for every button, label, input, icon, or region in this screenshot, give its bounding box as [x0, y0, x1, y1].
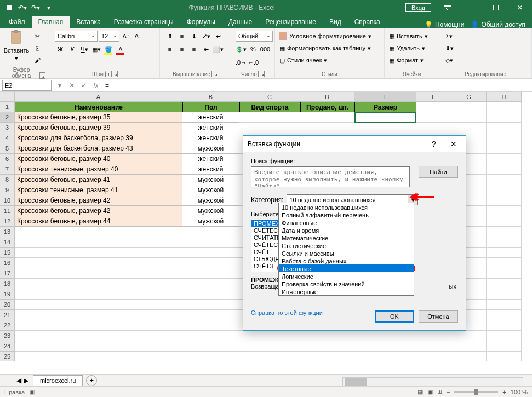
- name-box[interactable]: E2: [2, 80, 52, 91]
- tab-data[interactable]: Данные: [222, 16, 259, 28]
- border-icon[interactable]: ▦▾: [91, 44, 102, 55]
- align-center-icon[interactable]: ≡: [176, 44, 187, 55]
- redo-icon[interactable]: ↷▾: [30, 2, 42, 14]
- cell[interactable]: [15, 289, 182, 300]
- tab-layout[interactable]: Разметка страницы: [107, 16, 180, 28]
- horizontal-scrollbar[interactable]: [342, 377, 523, 386]
- clipboard-launcher[interactable]: [39, 72, 45, 79]
- cell[interactable]: [15, 258, 182, 268]
- cell[interactable]: мужской: [182, 143, 239, 154]
- tab-insert[interactable]: Вставка: [70, 16, 107, 28]
- cancel-formula-icon[interactable]: ✕: [66, 79, 78, 91]
- cell[interactable]: [487, 227, 522, 237]
- row-header[interactable]: 4: [0, 133, 15, 143]
- formula-input[interactable]: =: [102, 82, 532, 89]
- close-icon[interactable]: ✕: [508, 0, 532, 15]
- qat-more-icon[interactable]: ▾: [43, 2, 55, 14]
- align-left-icon[interactable]: ≡: [164, 44, 175, 55]
- category-option[interactable]: Дата и время: [279, 226, 414, 234]
- row-header[interactable]: 23: [0, 331, 15, 341]
- cell[interactable]: [182, 237, 239, 248]
- row-header[interactable]: 19: [0, 289, 15, 300]
- align-top-icon[interactable]: ⬆: [164, 31, 175, 42]
- row-header[interactable]: 16: [0, 258, 15, 268]
- cell[interactable]: [487, 123, 522, 133]
- zoom-out-icon[interactable]: −: [447, 389, 450, 395]
- row-header[interactable]: 12: [0, 216, 15, 227]
- category-option[interactable]: Логические: [279, 272, 414, 280]
- macro-record-icon[interactable]: ▣: [29, 388, 35, 395]
- row-header[interactable]: 6: [0, 154, 15, 164]
- cell-styles-button[interactable]: ▢Стили ячеек▾: [279, 55, 327, 66]
- row-header[interactable]: 18: [0, 279, 15, 289]
- font-color-icon[interactable]: A: [115, 44, 126, 55]
- cell[interactable]: [15, 237, 182, 248]
- cell[interactable]: [239, 331, 300, 341]
- cell[interactable]: [487, 143, 522, 154]
- cell[interactable]: [182, 227, 239, 237]
- row-header[interactable]: 7: [0, 164, 15, 175]
- insert-function-icon[interactable]: fx: [90, 79, 102, 91]
- align-bottom-icon[interactable]: ⬇: [188, 31, 199, 42]
- format-cells-button[interactable]: ▦Формат▾: [389, 55, 424, 66]
- cell[interactable]: мужской: [182, 206, 239, 216]
- cell[interactable]: [487, 300, 522, 310]
- cell[interactable]: [487, 185, 522, 195]
- cell[interactable]: [182, 331, 239, 341]
- cell[interactable]: Размер: [354, 102, 416, 112]
- decrease-decimal-icon[interactable]: ←.0: [248, 57, 259, 68]
- dialog-titlebar[interactable]: Вставка функции ? ✕: [243, 136, 466, 152]
- cell[interactable]: [354, 123, 416, 133]
- column-header[interactable]: D: [300, 92, 354, 102]
- cell[interactable]: [182, 248, 239, 258]
- cell[interactable]: мужской: [182, 185, 239, 195]
- cell[interactable]: Кроссовки беговые, размер 42: [15, 195, 182, 206]
- row-header[interactable]: 20: [0, 300, 15, 310]
- cell[interactable]: [354, 112, 416, 123]
- cell[interactable]: [354, 352, 416, 361]
- cell[interactable]: [15, 341, 182, 352]
- cell[interactable]: [487, 175, 522, 185]
- tab-formulas[interactable]: Формулы: [180, 16, 222, 28]
- cell[interactable]: Наименование: [15, 102, 182, 112]
- cell[interactable]: Кроссовки беговые, размер 40: [15, 154, 182, 164]
- cell[interactable]: [15, 331, 182, 341]
- cell[interactable]: [487, 310, 522, 320]
- currency-icon[interactable]: 💲▾: [236, 44, 247, 55]
- cell[interactable]: [15, 320, 182, 331]
- category-option[interactable]: Математические: [279, 234, 414, 241]
- cell[interactable]: Кроссовки беговые, размер 35: [15, 112, 182, 123]
- increase-font-icon[interactable]: A↑: [121, 31, 131, 42]
- cell[interactable]: [487, 195, 522, 206]
- cell[interactable]: [182, 300, 239, 310]
- column-header[interactable]: H: [487, 92, 522, 102]
- font-size-select[interactable]: 12: [99, 31, 119, 42]
- row-header[interactable]: 5: [0, 143, 15, 154]
- format-painter-icon[interactable]: 🖌: [32, 55, 43, 66]
- font-name-select[interactable]: Calibri: [55, 31, 98, 42]
- minimize-icon[interactable]: —: [460, 0, 484, 15]
- cell[interactable]: [239, 112, 300, 123]
- zoom-level[interactable]: 100 %: [511, 389, 528, 395]
- indent-dec-icon[interactable]: ⇤: [201, 44, 211, 55]
- delete-cells-button[interactable]: ▦Удалить▾: [389, 43, 425, 54]
- increase-decimal-icon[interactable]: .0→: [236, 57, 247, 68]
- cell[interactable]: [239, 341, 300, 352]
- column-header[interactable]: E: [354, 92, 416, 102]
- cell[interactable]: [15, 227, 182, 237]
- view-pagebreak-icon[interactable]: ⊞: [437, 388, 442, 395]
- cell[interactable]: [416, 102, 451, 112]
- fill-icon[interactable]: ⬇▾: [444, 43, 455, 54]
- new-sheet-button[interactable]: +: [86, 375, 97, 386]
- cell[interactable]: [416, 123, 451, 133]
- category-option[interactable]: Статистические: [279, 241, 414, 249]
- cell[interactable]: [451, 123, 487, 133]
- row-header[interactable]: 24: [0, 341, 15, 352]
- cell[interactable]: [487, 268, 522, 279]
- cell[interactable]: [487, 279, 522, 289]
- cell[interactable]: [300, 123, 354, 133]
- row-header[interactable]: 3: [0, 123, 15, 133]
- save-icon[interactable]: [3, 2, 15, 14]
- sheet-next-icon[interactable]: ▶: [24, 377, 28, 384]
- row-header[interactable]: 15: [0, 248, 15, 258]
